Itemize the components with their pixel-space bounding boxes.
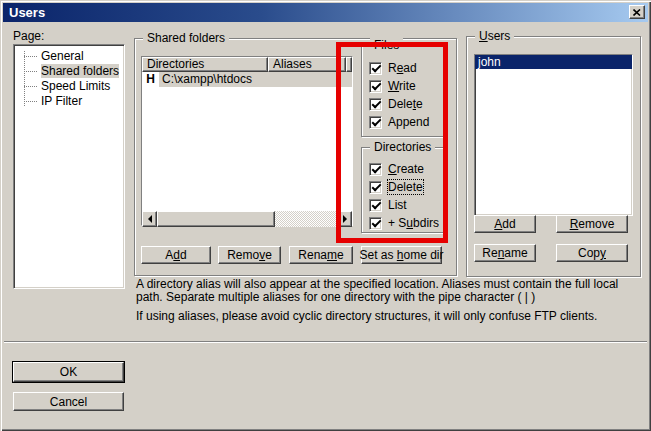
rename-user-button[interactable]: Rename [474,244,536,262]
column-header-directories[interactable]: Directories [142,57,268,72]
add-user-button[interactable]: Add [474,215,536,233]
shared-folders-group-title: Shared folders [143,31,229,45]
user-row-john[interactable]: john [475,55,632,69]
close-icon [633,9,641,16]
close-button[interactable] [629,5,645,19]
titlebar[interactable]: Users [3,3,648,22]
rename-folder-button[interactable]: Rename [289,246,353,264]
window-title: Users [9,5,45,20]
page-item-label: General [41,49,84,63]
set-as-home-dir-button[interactable]: Set as home dir [361,246,442,264]
info-line-2: path. Separate multiple aliases for one … [136,291,618,304]
home-flag: H [142,72,159,87]
directory-row[interactable]: H C:\xampp\htdocs [142,72,352,87]
page-item-speed-limits[interactable]: Speed Limits [14,79,124,94]
page-item-label: Shared folders [41,64,119,78]
page-item-label: IP Filter [41,94,82,108]
cancel-button[interactable]: Cancel [13,392,124,411]
remove-user-button[interactable]: Remove [556,215,628,233]
page-item-general[interactable]: General [14,49,124,64]
page-item-label: Speed Limits [41,79,110,93]
users-group-title: Users [475,29,514,43]
remove-folder-button[interactable]: Remove [218,246,281,264]
info-line-3: If using aliases, please avoid cyclic di… [136,310,618,323]
page-item-ip-filter[interactable]: IP Filter [14,94,124,109]
ok-button[interactable]: OK [13,362,124,382]
scroll-left-button[interactable] [142,211,157,227]
scrollbar-thumb[interactable] [157,211,275,227]
listview-header: Directories Aliases [142,57,352,72]
scroll-left-icon [144,215,152,223]
page-item-shared-folders[interactable]: Shared folders [14,64,124,79]
users-dialog: Users Page: General Shared folders Speed… [0,0,651,431]
directories-listview: Directories Aliases H C:\xampp\htdocs [141,56,353,226]
listview-body: H C:\xampp\htdocs [142,72,352,211]
horizontal-scrollbar[interactable] [142,211,352,227]
annotation-highlight-rectangle [336,42,448,243]
footer-separator [4,341,647,343]
users-list: john [474,54,633,216]
page-label: Page: [13,29,44,43]
alias-info-text: A directory alias will also appear at th… [136,278,618,323]
scrollbar-track[interactable] [275,211,337,227]
directory-path: C:\xampp\htdocs [159,72,352,87]
add-folder-button[interactable]: Add [141,246,211,264]
column-header-aliases[interactable]: Aliases [268,57,346,72]
copy-user-button[interactable]: Copy [556,244,628,262]
page-list: General Shared folders Speed Limits IP F… [13,44,125,289]
